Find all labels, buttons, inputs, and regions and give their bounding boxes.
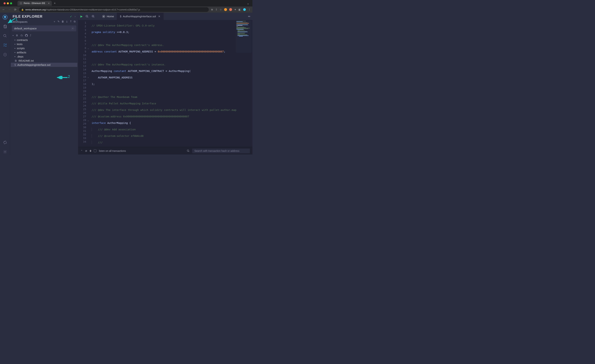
terminal-expand-icon[interactable]: ⌃ [81, 150, 83, 152]
icon-rail [0, 13, 10, 154]
panel-icon[interactable]: ◧ [239, 8, 241, 11]
editor-area: ▶ Home § AuthorMappingInterface.sol ✕ [78, 13, 252, 154]
settings-icon[interactable] [2, 149, 8, 154]
folder-scripts[interactable]: ▪scripts [11, 46, 77, 50]
workspace-select[interactable]: default_workspace ▾ [12, 25, 76, 31]
svg-point-16 [187, 150, 189, 151]
clone-workspace-icon[interactable]: ⧉ [74, 20, 76, 23]
close-window-button[interactable] [4, 2, 6, 4]
home-icon [102, 15, 105, 18]
select-caret-icon: ▾ [71, 27, 74, 30]
window-controls [2, 2, 14, 4]
tab-file[interactable]: § AuthorMappingInterface.sol ✕ [117, 13, 163, 20]
new-file-icon[interactable]: 🗎 [16, 34, 18, 37]
tab-home-label: Home [107, 15, 114, 18]
search-icon[interactable] [2, 33, 8, 39]
add-workspace-icon[interactable]: ＋ [53, 20, 56, 23]
extension-1-icon[interactable] [224, 8, 227, 11]
download-workspace-icon[interactable]: ⤓ [66, 20, 68, 23]
minimize-window-button[interactable] [7, 2, 9, 4]
file-readme[interactable]: 🗎README.txt [11, 59, 77, 63]
run-icon[interactable]: ▶ [80, 14, 83, 18]
solidity-file-icon: § [120, 15, 121, 18]
browser-chrome: Remix - Ethereum IDE × + ⌄ ← → ⟳ 🔒 remix… [0, 0, 252, 13]
rename-workspace-icon[interactable]: ✎ [57, 20, 60, 23]
zoom-in-icon[interactable] [92, 15, 95, 18]
deploy-icon[interactable] [2, 52, 8, 57]
tab-title: Remix - Ethereum IDE [24, 2, 45, 5]
tab-home[interactable]: Home [99, 13, 117, 20]
folder-deps[interactable]: ▪.deps [11, 55, 77, 59]
reload-button[interactable]: ⟳ [13, 8, 17, 11]
workspaces-row: Workspaces ＋ ✎ 🗑 ⤓ ⤒ ⧉ [10, 19, 78, 24]
url-box[interactable]: 🔒 remix.ethereum.org/#optimize=false&run… [19, 7, 209, 12]
github-icon[interactable] [25, 34, 28, 37]
delete-workspace-icon[interactable]: 🗑 [62, 20, 64, 23]
tabs-dropdown-icon[interactable]: ⌄ [247, 2, 251, 5]
folder-tests[interactable]: ▪tests [11, 42, 77, 46]
close-tab-icon[interactable]: ✕ [158, 15, 161, 18]
listen-checkbox[interactable] [94, 149, 96, 152]
file-interface[interactable]: §AuthorMappingInterface.sol [11, 63, 77, 67]
tree-toolbar: ▾ 🗎 🗀 ⤴ [10, 33, 78, 38]
upload-file-icon[interactable]: ⤴ [30, 34, 31, 37]
tab-file-label: AuthorMappingInterface.sol [123, 15, 156, 18]
svg-line-11 [94, 17, 94, 17]
check-icon[interactable]: ✓ [70, 15, 72, 18]
profile-icon[interactable] [243, 8, 246, 11]
terminal-search-input[interactable]: Search with transaction hash or address [192, 148, 250, 153]
extensions-puzzle-icon[interactable]: ✦ [234, 8, 236, 11]
svg-line-5 [5, 36, 6, 37]
svg-point-3 [4, 16, 6, 18]
close-tab-icon[interactable]: × [48, 2, 50, 5]
url-text: remix.ethereum.org/#optimize=false&runs=… [25, 8, 140, 11]
svg-point-6 [5, 151, 6, 152]
file-explorer-icon[interactable] [2, 24, 8, 29]
annotation-number-1: 1 [15, 17, 17, 22]
collapse-tree-icon[interactable]: ▾ [13, 35, 14, 36]
plugin-manager-icon[interactable] [2, 140, 8, 145]
browser-actions: ⊕ ⇧ ☆ ✦ ◧ ⋮ [211, 8, 251, 11]
minimap[interactable] [235, 21, 252, 53]
terminal-search-icon[interactable] [187, 149, 190, 152]
terminal-bar: ⌃ ⊘ 0 listen on all transactions Search … [78, 147, 252, 154]
new-tab-button[interactable]: + [54, 2, 56, 5]
address-bar: ← → ⟳ 🔒 remix.ethereum.org/#optimize=fal… [0, 7, 252, 13]
browser-tab[interactable]: Remix - Ethereum IDE × [17, 1, 52, 6]
favicon [20, 2, 22, 5]
svg-line-17 [189, 151, 189, 152]
new-folder-icon[interactable]: 🗀 [20, 34, 23, 37]
workspaces-label: Workspaces [13, 20, 27, 23]
workspace-name: default_workspace [14, 27, 37, 30]
editor-toolbar: ▶ Home § AuthorMappingInterface.sol ✕ [78, 13, 252, 20]
maximize-window-button[interactable] [10, 2, 12, 4]
svg-line-8 [87, 17, 88, 17]
expand-icon[interactable]: ⇔ [248, 14, 250, 18]
zoom-icon[interactable]: ⊕ [211, 8, 213, 11]
chevron-right-icon[interactable]: › [75, 15, 76, 18]
annotation-number-2: 2 [68, 74, 70, 79]
back-button[interactable]: ← [2, 8, 5, 11]
remix-logo-icon[interactable] [2, 14, 8, 20]
upload-workspace-icon[interactable]: ⤒ [70, 20, 72, 23]
listen-label: listen on all transactions [99, 149, 126, 152]
app-root: FILE EXPLORER ✓ › Workspaces ＋ ✎ 🗑 ⤓ ⤒ ⧉… [0, 13, 252, 154]
code-editor[interactable]: 1234567 8⌄91011 12131415 16⌄17181920 212… [78, 20, 252, 147]
editor-tabs: Home § AuthorMappingInterface.sol ✕ [99, 13, 163, 20]
folder-artifacts[interactable]: ▪artifacts [11, 50, 77, 55]
code-content: // SPDX-License-Identifier: GPL-3.0-only… [88, 20, 252, 147]
svg-point-15 [103, 16, 104, 17]
compiler-icon[interactable] [2, 42, 8, 48]
star-icon[interactable]: ☆ [220, 8, 222, 11]
terminal-clear-icon[interactable]: ⊘ [85, 149, 87, 152]
file-tree: ▪contracts ▪tests ▪scripts ▪artifacts ▪.… [10, 38, 78, 67]
line-gutter: 1234567 8⌄91011 12131415 16⌄17181920 212… [78, 20, 88, 147]
zoom-out-icon[interactable] [85, 15, 89, 18]
share-icon[interactable]: ⇧ [215, 8, 217, 11]
forward-button[interactable]: → [7, 8, 11, 11]
folder-contracts[interactable]: ▪contracts [11, 38, 77, 42]
metamask-icon[interactable] [229, 8, 232, 11]
menu-icon[interactable]: ⋮ [248, 8, 251, 11]
svg-point-4 [3, 35, 6, 37]
tab-strip: Remix - Ethereum IDE × + ⌄ [0, 0, 252, 7]
